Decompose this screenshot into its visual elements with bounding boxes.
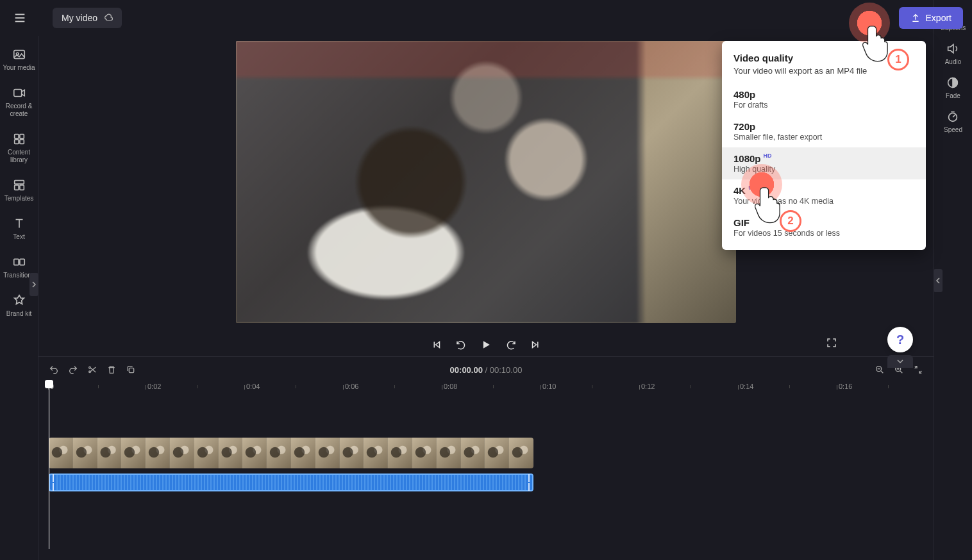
forward-button[interactable] <box>505 339 517 350</box>
project-title[interactable]: My video <box>53 8 122 28</box>
rewind-button[interactable] <box>455 339 467 350</box>
svg-line-29 <box>900 371 902 373</box>
help-button[interactable]: ? <box>887 327 913 352</box>
right-item-label: Fade <box>946 92 960 99</box>
svg-rect-8 <box>14 140 18 144</box>
quality-option-480p[interactable]: 480p For drafts <box>722 83 926 115</box>
time-display: 00:00.00 / 00:10.00 <box>450 365 523 375</box>
playhead[interactable] <box>49 383 49 549</box>
sidebar-item-text[interactable]: Text <box>0 215 38 242</box>
menu-button[interactable] <box>9 7 31 29</box>
svg-rect-6 <box>14 135 18 138</box>
quality-option-4k[interactable]: 4KUHD Your video has no 4K media <box>722 179 926 211</box>
timeline: 00:00.00 / 00:10.00 0 0:02 0:04 0:06 0:0… <box>38 356 934 560</box>
quality-option-1080p[interactable]: 1080pHD High quality <box>722 147 926 179</box>
svg-rect-14 <box>19 259 24 265</box>
sidebar-item-content-library[interactable]: Content library <box>0 131 38 165</box>
play-button[interactable] <box>480 338 492 351</box>
duplicate-button[interactable] <box>126 365 136 375</box>
audio-waveform <box>56 475 526 490</box>
export-button[interactable]: Export <box>899 7 963 29</box>
video-clip[interactable] <box>49 438 533 468</box>
right-item-fade[interactable]: Fade <box>946 76 960 99</box>
fullscreen-button[interactable] <box>826 337 837 351</box>
right-sidebar: Captions Audio Fade Speed <box>934 0 972 560</box>
current-time: 00:00.00 <box>450 365 483 375</box>
main-area: Video quality Your video will export as … <box>38 36 934 560</box>
export-quality-dropdown: Video quality Your video will export as … <box>722 41 926 250</box>
export-heading: Video quality <box>722 53 926 66</box>
clip-handle-right[interactable] <box>526 474 532 491</box>
right-item-audio[interactable]: Audio <box>945 42 962 65</box>
export-button-label: Export <box>926 13 951 23</box>
svg-rect-12 <box>19 185 23 190</box>
timeline-ruler[interactable]: 0 0:02 0:04 0:06 0:08 0:10 0:12 0:14 0:1… <box>49 383 923 399</box>
split-button[interactable] <box>87 365 97 375</box>
video-preview[interactable] <box>236 41 736 323</box>
svg-point-20 <box>89 366 91 368</box>
left-sidebar-toggle[interactable] <box>29 273 38 296</box>
sidebar-item-label: Brand kit <box>6 310 31 318</box>
project-title-text: My video <box>62 13 97 23</box>
sidebar-item-label: Content library <box>0 149 38 164</box>
fit-button[interactable] <box>913 365 923 375</box>
zoom-out-button[interactable] <box>875 365 885 375</box>
sidebar-item-record-create[interactable]: Record & create <box>0 85 38 119</box>
timeline-toolbar: 00:00.00 / 00:10.00 <box>38 357 934 383</box>
export-subtext: Your video will export as an MP4 file <box>722 66 926 83</box>
sync-icon <box>104 13 113 22</box>
audio-clip[interactable] <box>49 474 533 491</box>
svg-rect-10 <box>14 181 24 185</box>
quality-option-720p[interactable]: 720p Smaller file, faster export <box>722 115 926 147</box>
skip-forward-button[interactable] <box>530 339 541 350</box>
svg-rect-9 <box>19 140 23 144</box>
play-controls <box>431 338 541 351</box>
right-item-label: Speed <box>944 126 962 133</box>
svg-rect-11 <box>14 185 18 190</box>
sidebar-item-templates[interactable]: Templates <box>0 177 38 204</box>
sidebar-item-brand-kit[interactable]: Brand kit <box>0 292 38 319</box>
svg-point-21 <box>89 371 91 373</box>
svg-rect-22 <box>129 368 133 372</box>
svg-rect-5 <box>13 90 21 97</box>
skip-back-button[interactable] <box>431 339 442 350</box>
svg-rect-13 <box>13 259 18 265</box>
sidebar-item-your-media[interactable]: Your media <box>0 46 38 73</box>
undo-button[interactable] <box>49 365 59 375</box>
preview-area: Video quality Your video will export as … <box>38 36 934 356</box>
svg-rect-7 <box>19 135 23 138</box>
quality-option-gif[interactable]: GIF For videos 15 seconds or less <box>722 211 926 243</box>
sidebar-item-label: Text <box>13 233 24 241</box>
duration: 00:10.00 <box>490 365 523 375</box>
sidebar-item-label: Your media <box>3 64 35 72</box>
left-sidebar: Your media Record & create Content libra… <box>0 36 38 560</box>
redo-button[interactable] <box>68 365 78 375</box>
topbar: My video Export <box>0 0 972 36</box>
right-sidebar-toggle[interactable] <box>934 269 943 292</box>
right-item-speed[interactable]: Speed <box>944 110 962 133</box>
svg-line-25 <box>881 371 883 373</box>
delete-button[interactable] <box>106 365 117 375</box>
sidebar-item-label: Templates <box>4 195 34 202</box>
collapse-panel-button[interactable] <box>887 355 913 368</box>
sidebar-item-label: Record & create <box>0 103 38 118</box>
clip-handle-left[interactable] <box>50 474 56 491</box>
right-item-label: Audio <box>945 58 962 65</box>
